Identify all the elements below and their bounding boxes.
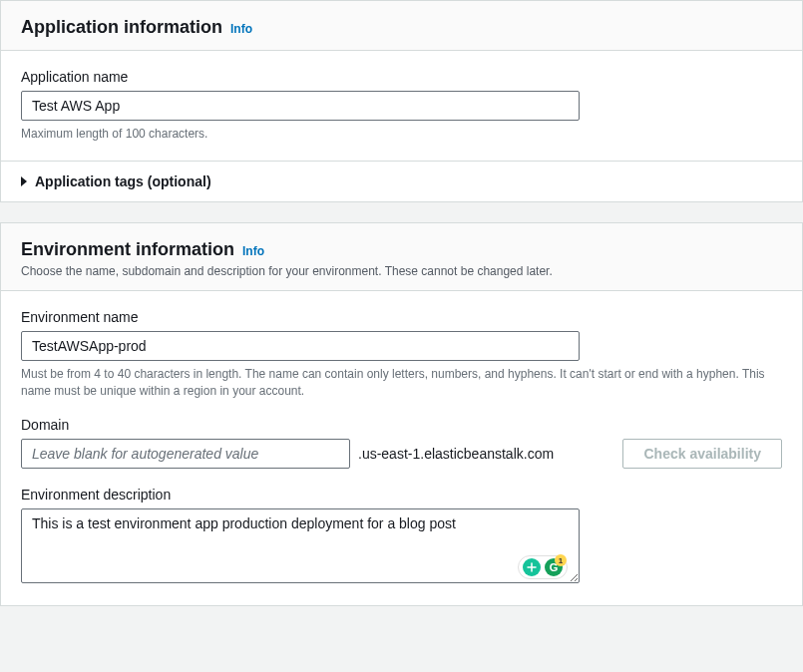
environment-info-panel: Environment information Info Choose the … [0, 222, 803, 607]
environment-description-label: Environment description [21, 487, 782, 503]
caret-right-icon [21, 176, 27, 186]
environment-info-body: Environment name Must be from 4 to 40 ch… [1, 291, 802, 606]
check-availability-button[interactable]: Check availability [622, 439, 782, 469]
environment-info-description: Choose the name, subdomain and descripti… [21, 264, 782, 278]
application-name-hint: Maximum length of 100 characters. [21, 126, 782, 143]
environment-info-title: Environment information [21, 239, 234, 260]
environment-description-field: Environment description G 1 [21, 487, 782, 587]
grammarly-widget[interactable]: G 1 [518, 555, 568, 579]
grammarly-add-icon [523, 558, 541, 576]
application-name-field: Application name Maximum length of 100 c… [21, 69, 782, 143]
environment-name-hint: Must be from 4 to 40 characters in lengt… [21, 366, 782, 400]
application-info-panel: Application information Info Application… [0, 0, 803, 202]
domain-field: Domain .us-east-1.elasticbeanstalk.com C… [21, 417, 782, 469]
domain-suffix: .us-east-1.elasticbeanstalk.com [358, 446, 554, 462]
environment-name-input[interactable] [21, 331, 580, 361]
domain-label: Domain [21, 417, 782, 433]
application-tags-toggle[interactable]: Application tags (optional) [1, 161, 802, 201]
application-name-input[interactable] [21, 91, 580, 121]
application-name-label: Application name [21, 69, 782, 85]
environment-description-input[interactable] [21, 508, 580, 583]
application-info-body: Application name Maximum length of 100 c… [1, 51, 802, 161]
grammarly-notification-badge: 1 [555, 554, 567, 566]
environment-info-header: Environment information Info Choose the … [1, 223, 802, 291]
application-info-link[interactable]: Info [230, 22, 252, 36]
application-tags-label: Application tags (optional) [35, 173, 211, 189]
application-info-title: Application information [21, 17, 222, 38]
environment-name-field: Environment name Must be from 4 to 40 ch… [21, 309, 782, 400]
domain-input[interactable] [21, 439, 350, 469]
environment-info-link[interactable]: Info [242, 244, 264, 258]
application-info-header: Application information Info [1, 1, 802, 51]
environment-name-label: Environment name [21, 309, 782, 325]
grammarly-logo-icon: G 1 [545, 558, 563, 576]
